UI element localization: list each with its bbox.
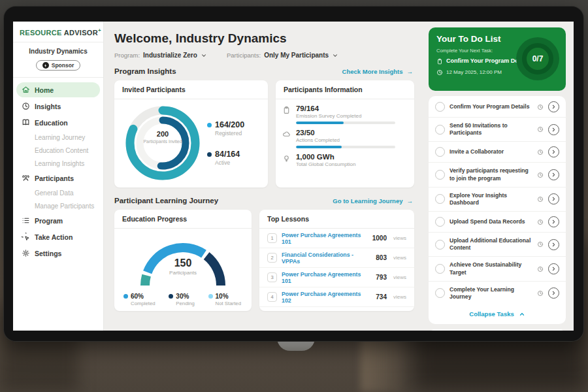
todo-summary-card: Your To Do List Complete Your Next Task:… xyxy=(429,27,566,91)
bulb-icon xyxy=(282,154,291,163)
clock-icon xyxy=(537,196,544,203)
collapse-tasks-button[interactable]: Collapse Tasks xyxy=(429,305,566,323)
sidebar-item-label: Program xyxy=(35,217,63,225)
task-open-button[interactable] xyxy=(548,263,559,274)
todo-item[interactable]: Send 50 Invitations to Participants xyxy=(429,118,566,142)
task-label: Confirm Your Program Details xyxy=(449,103,532,110)
task-open-button[interactable] xyxy=(548,124,559,135)
participants-dropdown[interactable]: Participants: Only My Participants xyxy=(227,52,338,59)
sidebar-item-general-data[interactable]: General Data xyxy=(16,186,100,199)
consumption-label: Total Global Consumption xyxy=(296,161,356,167)
task-open-button[interactable] xyxy=(548,169,559,180)
learning-journey-title: Participant Learning Journey xyxy=(114,197,218,204)
sidebar-item-label: Manage Participants xyxy=(35,203,94,210)
sidebar-item-learning-insights[interactable]: Learning Insights xyxy=(16,157,100,170)
task-open-button[interactable] xyxy=(548,146,559,157)
task-open-button[interactable] xyxy=(548,101,559,112)
sidebar-item-learning-journey[interactable]: Learning Journey xyxy=(16,131,100,144)
main-content: Welcome, Industry Dynamics Program: Indu… xyxy=(104,22,422,331)
task-checkbox[interactable] xyxy=(435,217,445,227)
lesson-link[interactable]: Power Purchase Agreements 102 xyxy=(282,291,371,304)
emission-survey-value: 79/164 xyxy=(296,105,395,112)
registered-value: 164/200 xyxy=(215,120,244,129)
brand-superscript: + xyxy=(98,27,101,33)
task-checkbox[interactable] xyxy=(435,102,445,112)
todo-item[interactable]: Confirm Your Program Details xyxy=(429,97,566,118)
lesson-rank: 1 xyxy=(267,233,277,243)
task-checkbox[interactable] xyxy=(435,170,445,180)
brand-logo: RESOURCE ADVISOR+ xyxy=(13,22,103,42)
brand-primary: RESOURCE xyxy=(20,29,62,37)
sidebar-item-home[interactable]: Home xyxy=(16,82,100,97)
learning-journey-header-row: Participant Learning Journey Go to Learn… xyxy=(114,197,413,204)
right-panel: Your To Do List Complete Your Next Task:… xyxy=(422,22,574,331)
todo-item[interactable]: Explore Your Insights Dashboard xyxy=(429,188,566,212)
check-more-insights-label: Check More Insights xyxy=(342,68,403,75)
sidebar-item-manage-participants[interactable]: Manage Participants xyxy=(16,199,100,212)
lesson-link[interactable]: Power Purchase Agreements 101 xyxy=(282,232,368,245)
program-dropdown[interactable]: Program: Industrialize Zero xyxy=(114,52,207,59)
todo-item[interactable]: Upload Additional Educational Content xyxy=(429,233,566,257)
emission-survey-progress-fill xyxy=(296,122,344,124)
go-to-learning-journey-link[interactable]: Go to Learning Journey → xyxy=(333,197,413,204)
task-open-button[interactable] xyxy=(548,287,559,299)
sidebar-item-education[interactable]: Education xyxy=(16,115,100,130)
insights-icon xyxy=(22,102,30,110)
sidebar-item-label: Education xyxy=(35,119,68,127)
todo-item[interactable]: Upload Spend Data Records xyxy=(429,212,566,233)
clock-icon xyxy=(537,126,544,133)
org-name: Industry Dynamics xyxy=(18,48,98,55)
program-label: Program: xyxy=(114,52,140,59)
recent-news-card: Recent News xyxy=(429,329,566,331)
task-checkbox[interactable] xyxy=(435,147,445,157)
task-checkbox[interactable] xyxy=(435,125,445,135)
task-open-button[interactable] xyxy=(548,216,559,227)
task-label: Send 50 Invitations to Participants xyxy=(449,122,532,137)
task-checkbox[interactable] xyxy=(435,264,445,274)
sidebar-item-settings[interactable]: Settings xyxy=(16,246,100,261)
sponsor-badge-label: Sponsor xyxy=(52,62,74,69)
lesson-link[interactable]: Power Purchase Agreements 103 xyxy=(282,310,371,312)
lesson-link[interactable]: Financial Considerations - VPPAs xyxy=(282,252,371,265)
views-suffix: views xyxy=(393,255,406,261)
not-started-pct: 10% xyxy=(216,293,241,300)
todo-item[interactable]: Complete Your Learning Journey xyxy=(429,282,566,305)
top-lessons-card: Top Lessons 1 Power Purchase Agreements … xyxy=(259,210,414,311)
sidebar-item-label: Settings xyxy=(35,250,61,257)
task-open-button[interactable] xyxy=(548,239,559,250)
invited-participants-title: Invited Participants xyxy=(114,80,268,99)
donut-center-value: 200 xyxy=(140,130,186,138)
cloud-icon xyxy=(282,130,291,139)
sponsor-badge: Sponsor xyxy=(36,60,80,71)
sidebar-item-label: Home xyxy=(35,86,54,94)
sidebar-item-insights[interactable]: Insights xyxy=(16,99,100,114)
actions-completed-progressbar xyxy=(296,146,395,148)
todo-due-label: 12 May 2025, 12:00 PM xyxy=(446,69,502,75)
emission-survey-label: Emission Survey Completed xyxy=(296,113,395,119)
todo-item[interactable]: Invite a Collaborator xyxy=(429,142,566,163)
check-more-insights-link[interactable]: Check More Insights → xyxy=(342,68,413,75)
participants-value: Only My Participants xyxy=(264,52,329,59)
sidebar-item-program[interactable]: Program xyxy=(16,213,100,228)
sidebar-item-participants[interactable]: Participants xyxy=(16,171,100,186)
sidebar-item-label: General Data xyxy=(35,189,73,197)
task-open-button[interactable] xyxy=(548,193,559,204)
todo-item[interactable]: Achieve One Sustainability Target xyxy=(429,257,566,281)
lesson-row: 1 Power Purchase Agreements 101 1000 vie… xyxy=(259,229,414,248)
sidebar-item-take-action[interactable]: Take Action xyxy=(16,229,100,244)
gauge-legend: 60% Completed 30% Pending xyxy=(114,289,252,306)
lesson-link[interactable]: Power Purchase Agreements 101 xyxy=(282,271,371,284)
task-checkbox[interactable] xyxy=(435,288,445,298)
pending-label: Pending xyxy=(176,301,195,306)
task-checkbox[interactable] xyxy=(435,240,445,250)
legend-pending: 30% Pending xyxy=(169,293,195,306)
task-checkbox[interactable] xyxy=(435,194,445,204)
lesson-rank: 2 xyxy=(267,253,277,263)
chevron-down-icon xyxy=(332,52,338,59)
clock-icon xyxy=(537,219,544,225)
todo-item[interactable]: Verify participants requesting to join t… xyxy=(429,163,566,187)
task-label: Explore Your Insights Dashboard xyxy=(449,192,532,206)
todo-progress-value: 0/7 xyxy=(522,43,553,74)
sidebar-item-education-content[interactable]: Education Content xyxy=(16,144,100,157)
sidebar-item-label: Insights xyxy=(35,103,61,110)
